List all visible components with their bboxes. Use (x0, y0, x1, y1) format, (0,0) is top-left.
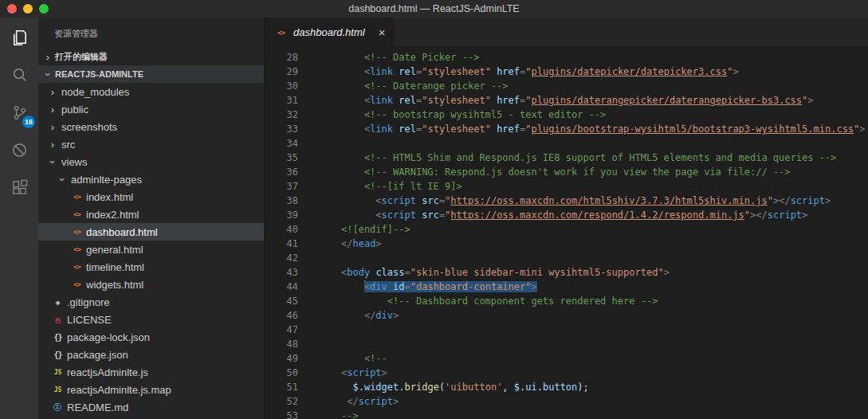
search-icon[interactable] (0, 57, 38, 94)
code-line-28[interactable]: 28 <!-- Date Picker --> (265, 50, 868, 65)
line-number: 51 (265, 380, 298, 394)
tree-item-index2.html[interactable]: <>index2.html (38, 206, 264, 223)
code-line-43[interactable]: 43<body class="skin-blue sidebar-mini wy… (265, 265, 868, 280)
tree-item-dashboard.html[interactable]: <>dashboard.html (38, 223, 264, 241)
code-line-49[interactable]: 49 <!-- (265, 351, 868, 366)
traffic-lights (7, 0, 49, 18)
tree-item-label: views (61, 156, 88, 168)
tree-item-label: index.html (86, 191, 133, 203)
minimize-window-button[interactable] (23, 4, 33, 14)
close-window-button[interactable] (7, 4, 17, 14)
tree-item-screenshots[interactable]: ›screenshots (38, 118, 264, 135)
line-number: 36 (265, 165, 298, 179)
html-icon: <> (70, 261, 84, 272)
code-line-46[interactable]: 46 </div> (265, 308, 868, 323)
line-number: 42 (265, 251, 298, 265)
tree-item-README.md[interactable]: iREADME.md (38, 398, 264, 416)
line-content (298, 323, 341, 337)
zoom-window-button[interactable] (39, 4, 49, 14)
tree-item-public[interactable]: ›public (38, 100, 264, 118)
tree-item-label: .gitignore (67, 296, 109, 308)
tree-item-node_modules[interactable]: ›node_modules (38, 83, 264, 100)
line-number: 44 (265, 280, 298, 294)
chevron-right-icon: › (46, 86, 59, 98)
editor-group: <> dashboard.html × 28 <!-- Date Picker … (264, 18, 868, 419)
tree-item-general.html[interactable]: <>general.html (38, 241, 264, 258)
code-line-45[interactable]: 45 <!-- Dashboard component gets rendere… (265, 294, 868, 308)
line-content: <link rel="stylesheet" href="plugins/dat… (298, 93, 814, 108)
line-number: 29 (265, 65, 298, 79)
sidebar-explorer: 资源管理器 › 打开的编辑器 › REACTJS-ADMINLTE ›node_… (38, 18, 264, 419)
code-line-39[interactable]: 39 <script src="https://oss.maxcdn.com/r… (265, 208, 868, 222)
tree-item-label: widgets.html (86, 279, 143, 291)
workspace-root-section[interactable]: › REACTJS-ADMINLTE (38, 65, 264, 83)
code-line-38[interactable]: 38 <script src="https://oss.maxcdn.com/h… (265, 194, 868, 208)
line-content: <!-- Dashboard component gets rendered h… (298, 294, 658, 308)
activity-bar: 16 (0, 18, 38, 419)
code-line-50[interactable]: 50<script> (265, 366, 868, 380)
tree-item-label: package.json (67, 349, 128, 361)
code-line-33[interactable]: 33 <link rel="stylesheet" href="plugins/… (265, 122, 868, 136)
code-line-40[interactable]: 40<![endif]--> (265, 222, 868, 237)
code-line-41[interactable]: 41</head> (265, 237, 868, 251)
code-line-51[interactable]: 51 $.widget.bridge('uibutton', $.ui.butt… (265, 380, 868, 394)
code-line-30[interactable]: 30 <!-- Daterange picker --> (265, 79, 868, 93)
source-control-icon[interactable]: 16 (0, 94, 38, 131)
code-line-48[interactable]: 48 (265, 337, 868, 351)
line-content: <link rel="stylesheet" href="plugins/dat… (298, 65, 739, 79)
line-number: 37 (265, 179, 298, 194)
html-icon: <> (70, 244, 84, 255)
tree-item-package-lock.json[interactable]: {}package-lock.json (38, 328, 264, 346)
code-line-29[interactable]: 29 <link rel="stylesheet" href="plugins/… (265, 65, 868, 79)
open-editors-section[interactable]: › 打开的编辑器 (38, 48, 264, 65)
code-line-36[interactable]: 36 <!-- WARNING: Respond.js doesn't work… (265, 165, 868, 179)
line-number: 50 (265, 366, 298, 380)
code-line-35[interactable]: 35 <!-- HTML5 Shim and Respond.js IE8 su… (265, 151, 868, 165)
tree-item-reactjsAdminlte.js.map[interactable]: JSreactjsAdminlte.js.map (38, 381, 264, 398)
tree-item-.gitignore[interactable]: ◈.gitignore (38, 293, 264, 311)
extensions-icon[interactable] (0, 169, 38, 206)
line-number: 46 (265, 308, 298, 323)
line-content: <script src="https://oss.maxcdn.com/html… (298, 194, 831, 208)
html-icon: <> (70, 209, 84, 220)
code-editor[interactable]: 28 <!-- Date Picker -->29 <link rel="sty… (265, 46, 868, 419)
line-number: 43 (265, 265, 298, 280)
debug-icon[interactable] (0, 131, 38, 169)
files-icon[interactable] (0, 19, 38, 57)
tree-item-LICENSE[interactable]: ▤LICENSE (38, 311, 264, 328)
code-line-31[interactable]: 31 <link rel="stylesheet" href="plugins/… (265, 93, 868, 108)
tab-close-icon[interactable]: × (379, 25, 386, 39)
tab-dashboard-html[interactable]: <> dashboard.html × (265, 18, 395, 46)
line-content (298, 136, 341, 151)
html-icon: <> (70, 226, 84, 237)
code-line-47[interactable]: 47 (265, 323, 868, 337)
tree-item-timeline.html[interactable]: <>timeline.html (38, 258, 264, 276)
tree-item-views[interactable]: ›views (38, 153, 264, 170)
line-content: </script> (298, 394, 399, 409)
tree-item-index.html[interactable]: <>index.html (38, 188, 264, 206)
sidebar-title: 资源管理器 (38, 18, 264, 48)
tree-item-src[interactable]: ›src (38, 135, 264, 153)
code-line-32[interactable]: 32 <!-- bootstrap wysihtml5 - text edito… (265, 108, 868, 122)
code-line-52[interactable]: 52 </script> (265, 394, 868, 409)
code-line-42[interactable]: 42 (265, 251, 868, 265)
readme-icon: i (53, 403, 61, 411)
tree-item-widgets.html[interactable]: <>widgets.html (38, 276, 264, 293)
chevron-down-icon: › (57, 173, 69, 186)
line-number: 47 (265, 323, 298, 337)
line-content: <div id="dashboard-container"> (298, 280, 537, 294)
vscode-window: dashboard.html — ReactJS-AdminLTE 16 资源管… (0, 0, 868, 419)
tree-item-adminlte-pages[interactable]: ›adminlte-pages (38, 170, 264, 188)
tree-item-package.json[interactable]: {}package.json (38, 346, 264, 363)
code-line-53[interactable]: 53--> (265, 409, 868, 419)
chevron-right-icon: › (46, 121, 59, 133)
js-icon: JS (51, 384, 65, 395)
code-line-44[interactable]: 44 <div id="dashboard-container"> (265, 280, 868, 294)
tree-item-reactjsAdminlte.js[interactable]: JSreactjsAdminlte.js (38, 363, 264, 381)
html-icon: <> (70, 279, 84, 290)
code-line-37[interactable]: 37 <!--[if lt IE 9]> (265, 179, 868, 194)
chevron-down-icon: › (47, 155, 59, 168)
tab-file-icon-slot: <> (274, 25, 288, 39)
code-line-34[interactable]: 34 (265, 136, 868, 151)
window-title: dashboard.html — ReactJS-AdminLTE (348, 3, 519, 14)
